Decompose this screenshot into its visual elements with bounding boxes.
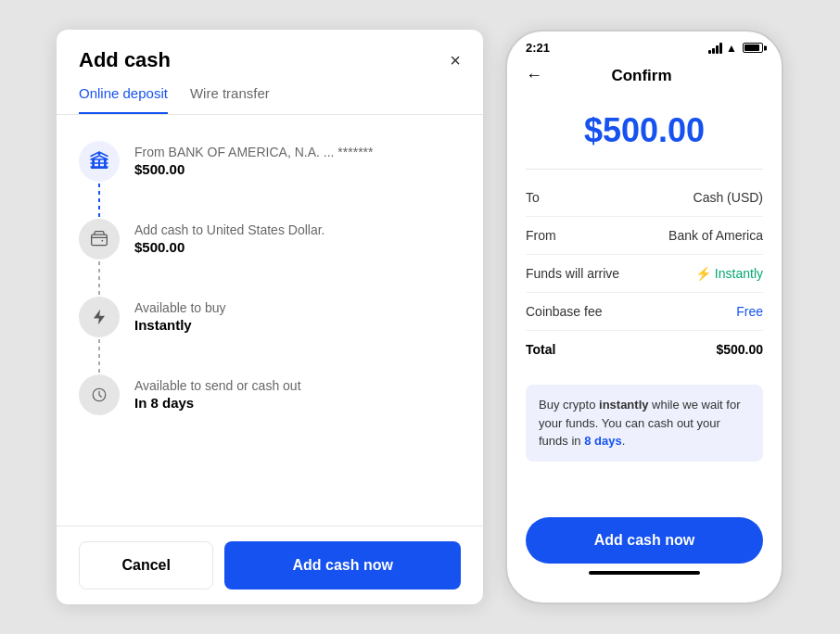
tab-online-deposit[interactable]: Online deposit [79, 85, 168, 114]
step-clock-label: Available to send or cash out [134, 378, 301, 393]
connector-1 [98, 184, 100, 217]
row-fee-value: Free [736, 304, 763, 319]
connector-3 [98, 339, 100, 373]
row-from: From Bank of America [526, 217, 763, 255]
row-funds-arrive: Funds will arrive ⚡ Instantly [526, 255, 763, 293]
row-from-value: Bank of America [668, 228, 763, 243]
modal-footer: Cancel Add cash now [57, 526, 483, 604]
row-to: To Cash (USD) [526, 179, 763, 217]
steps-container: From BANK OF AMERICA, N.A. ... ******* $… [57, 115, 483, 526]
signal-icon [708, 43, 722, 54]
phone-nav-bar: ← Confirm [507, 60, 782, 96]
row-total: Total $500.00 [526, 331, 763, 368]
step-wallet-label: Add cash to United States Dollar. [134, 222, 325, 237]
row-funds-label: Funds will arrive [526, 266, 619, 281]
row-to-label: To [526, 190, 540, 205]
step-wallet: Add cash to United States Dollar. $500.0… [79, 219, 461, 297]
step-bolt-label: Available to buy [134, 300, 226, 315]
svg-rect-2 [93, 159, 95, 167]
step-bolt-value: Instantly [134, 317, 226, 333]
status-bar: 2:21 ▲ [507, 32, 782, 60]
status-icons: ▲ [708, 42, 763, 55]
tab-wire-transfer[interactable]: Wire transfer [190, 85, 270, 114]
add-cash-button[interactable]: Add cash now [224, 541, 461, 590]
svg-rect-3 [98, 159, 100, 167]
step-wallet-value: $500.00 [134, 239, 325, 255]
row-to-value: Cash (USD) [694, 190, 763, 205]
row-fee: Coinbase fee Free [526, 293, 763, 331]
wallet-icon [79, 219, 120, 260]
wifi-icon: ▲ [726, 42, 737, 55]
row-funds-value: ⚡ Instantly [695, 266, 763, 281]
status-time: 2:21 [526, 41, 550, 55]
close-button[interactable]: × [450, 51, 461, 70]
confirm-amount: $500.00 [507, 96, 782, 169]
row-total-label: Total [526, 342, 555, 357]
row-fee-label: Coinbase fee [526, 304, 603, 319]
phone-footer: Add cash now [507, 469, 782, 603]
phone-mockup: 2:21 ▲ ← Confirm $500.00 To Cash (USD) F… [505, 30, 783, 604]
confirm-title: Confirm [611, 67, 671, 85]
battery-icon [743, 43, 763, 53]
step-bank-value: $500.00 [134, 161, 374, 177]
step-bank: From BANK OF AMERICA, N.A. ... ******* $… [79, 141, 461, 219]
bank-icon [79, 141, 120, 182]
step-bank-label: From BANK OF AMERICA, N.A. ... ******* [134, 145, 374, 159]
step-bolt: Available to buy Instantly [79, 297, 461, 374]
lightning-icon [79, 297, 120, 337]
confirm-rows: To Cash (USD) From Bank of America Funds… [507, 170, 782, 377]
home-indicator [589, 571, 700, 575]
modal-header: Add cash × [57, 30, 483, 72]
step-clock-value: In 8 days [134, 395, 301, 411]
svg-rect-1 [91, 167, 108, 169]
step-clock: Available to send or cash out In 8 days [79, 374, 461, 429]
phone-add-cash-button[interactable]: Add cash now [526, 517, 763, 564]
svg-rect-5 [92, 235, 108, 246]
row-from-label: From [526, 228, 556, 243]
connector-2 [98, 261, 100, 295]
svg-rect-4 [104, 159, 106, 167]
cancel-button[interactable]: Cancel [79, 541, 213, 590]
clock-icon [79, 374, 120, 415]
info-box: Buy crypto instantly while we wait for y… [526, 385, 763, 462]
row-total-value: $500.00 [716, 342, 763, 357]
tab-bar: Online deposit Wire transfer [57, 72, 483, 115]
back-button[interactable]: ← [526, 66, 542, 85]
modal-title: Add cash [79, 48, 171, 72]
add-cash-modal: Add cash × Online deposit Wire transfer [57, 30, 483, 604]
